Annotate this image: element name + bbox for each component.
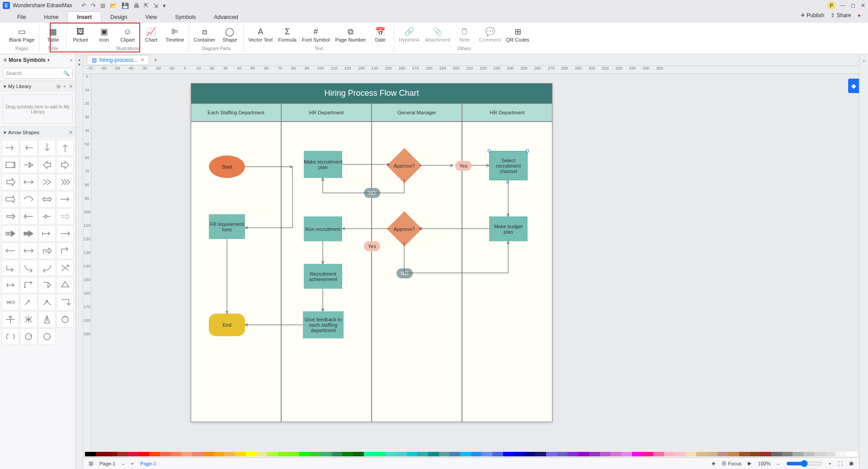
zoom-level[interactable]: 100% bbox=[758, 461, 770, 466]
arrow-shape[interactable] bbox=[38, 157, 56, 173]
lib-add-icon[interactable]: + bbox=[63, 84, 66, 89]
blank-page-button[interactable]: ▭Blank Page bbox=[9, 27, 34, 42]
minimize-icon[interactable]: — bbox=[840, 2, 845, 9]
lane-header[interactable]: Each Staffing Department bbox=[191, 103, 281, 122]
no1-label[interactable]: NO bbox=[364, 188, 380, 198]
no2-label[interactable]: NO bbox=[396, 268, 413, 278]
end-shape[interactable]: End bbox=[209, 314, 245, 336]
zoom-slider[interactable] bbox=[786, 460, 822, 467]
close-tab-icon[interactable]: ✕ bbox=[141, 57, 144, 62]
arrow-shapes-header[interactable]: ▾Arrow Shapes ✕ bbox=[0, 127, 75, 138]
arrow-shape[interactable] bbox=[57, 140, 74, 156]
maximize-icon[interactable]: ◻ bbox=[851, 2, 855, 9]
arrow-shape[interactable] bbox=[20, 225, 37, 242]
date-button[interactable]: 📅Date bbox=[371, 27, 389, 42]
arrow-shape[interactable] bbox=[38, 311, 56, 328]
arrow-shape[interactable] bbox=[2, 277, 19, 293]
make-plan-shape[interactable]: Make recruitment plan bbox=[304, 151, 342, 178]
lib-grid-icon[interactable]: ⊞ bbox=[57, 84, 61, 89]
page-remove-icon[interactable]: – bbox=[122, 461, 124, 466]
library-drop-zone[interactable]: Drag symbols here to add to My Library bbox=[3, 94, 73, 124]
redo-icon[interactable]: ↷ bbox=[91, 2, 96, 9]
arrow-shape[interactable] bbox=[38, 140, 56, 156]
close-icon[interactable]: ✕ bbox=[861, 2, 865, 9]
print-icon[interactable]: 🖶 bbox=[133, 2, 139, 9]
arrow-shape[interactable] bbox=[20, 157, 37, 173]
search-icon[interactable]: 🔍 bbox=[63, 70, 70, 76]
arrow-shape[interactable] bbox=[2, 191, 19, 207]
play-icon[interactable]: ▶ bbox=[748, 460, 751, 466]
arrow-shape[interactable] bbox=[2, 225, 19, 242]
yes1-label[interactable]: Yes bbox=[455, 161, 472, 171]
run-rec-shape[interactable]: Run recruitment bbox=[304, 216, 342, 241]
arrow-shape[interactable] bbox=[20, 311, 37, 328]
page-tab[interactable]: Page-1 bbox=[140, 461, 156, 466]
arrow-shape[interactable] bbox=[57, 225, 74, 242]
arrow-shape[interactable] bbox=[2, 243, 19, 259]
arrow-shape[interactable] bbox=[38, 191, 56, 207]
arrow-shape[interactable] bbox=[2, 174, 19, 190]
icon-button[interactable]: ▣Icon bbox=[95, 27, 113, 42]
undo-icon[interactable]: ↶ bbox=[81, 2, 86, 9]
color-palette[interactable] bbox=[83, 451, 859, 457]
arrow-shape[interactable] bbox=[38, 174, 56, 190]
tab-insert[interactable]: Insert bbox=[67, 11, 101, 23]
arrow-shape[interactable] bbox=[38, 243, 56, 259]
rec-ach-shape[interactable]: Recruitment achievement bbox=[304, 264, 342, 289]
arrow-shape[interactable] bbox=[2, 260, 19, 276]
import-icon[interactable]: ⇲ bbox=[153, 2, 158, 9]
strip-down-icon[interactable]: ▾ bbox=[78, 62, 80, 67]
arrow-shape[interactable] bbox=[57, 191, 74, 207]
clipart-button[interactable]: ☺Clipart bbox=[118, 27, 137, 42]
arrow-shape[interactable] bbox=[20, 140, 37, 156]
container-button[interactable]: ⧈Container bbox=[193, 27, 215, 42]
arrow-shape[interactable] bbox=[38, 260, 56, 276]
arrow-shape[interactable] bbox=[20, 174, 37, 190]
arrow-shape[interactable] bbox=[20, 328, 37, 345]
arrow-shape[interactable] bbox=[57, 277, 74, 293]
collapse-left-icon[interactable]: « bbox=[70, 57, 73, 63]
page-label[interactable]: Page-1 bbox=[99, 461, 115, 466]
arrow-shape[interactable] bbox=[57, 208, 74, 225]
symbols-panel-header[interactable]: ≡ More Symbols ▾ « bbox=[0, 54, 75, 66]
font-symbol-button[interactable]: #Font Symbol bbox=[302, 27, 330, 42]
arrow-shape[interactable] bbox=[57, 294, 74, 310]
publish-button[interactable]: ✈ Publish bbox=[801, 12, 825, 19]
fullscreen-icon[interactable]: ▣ bbox=[849, 460, 854, 466]
qr-codes-button[interactable]: ⊞QR Codes bbox=[506, 27, 529, 42]
right-flyout-button[interactable]: ◆ bbox=[848, 79, 859, 93]
chart-title[interactable]: Hiring Process Flow Chart bbox=[191, 83, 552, 103]
arrow-shape[interactable] bbox=[2, 294, 19, 310]
canvas[interactable]: Hiring Process Flow Chart Each Staffing … bbox=[91, 74, 859, 451]
collapse-right-icon[interactable]: « bbox=[862, 58, 865, 63]
arrow-shape[interactable] bbox=[38, 328, 56, 345]
hyperlink-button[interactable]: 🔗Hyperlink bbox=[399, 27, 420, 42]
select-channel-shape[interactable]: Select recruitment channel bbox=[489, 151, 528, 180]
table-button[interactable]: ▦Table bbox=[44, 27, 62, 42]
lane-header[interactable]: HR Department bbox=[281, 103, 372, 122]
arrow-shape[interactable] bbox=[57, 243, 74, 259]
arrow-shape[interactable] bbox=[38, 277, 56, 293]
strip-up-icon[interactable]: ▴ bbox=[78, 57, 80, 62]
more-icon[interactable]: ▾ bbox=[163, 2, 166, 9]
page-number-button[interactable]: ⧉Page Number bbox=[335, 27, 366, 42]
save-icon[interactable]: 💾 bbox=[122, 2, 129, 9]
symbol-search[interactable]: Search 🔍 bbox=[3, 68, 73, 79]
zoom-in-icon[interactable]: + bbox=[829, 461, 831, 466]
arrow-shape[interactable] bbox=[38, 208, 56, 225]
export-icon[interactable]: ⇱ bbox=[144, 2, 149, 9]
timeline-button[interactable]: ⊫Timeline bbox=[165, 27, 184, 42]
tab-home[interactable]: Home bbox=[35, 12, 67, 23]
arrow-shape[interactable] bbox=[20, 208, 37, 225]
tab-design[interactable]: Design bbox=[101, 12, 136, 23]
arrow-shape[interactable] bbox=[57, 311, 74, 328]
page-add-icon[interactable]: + bbox=[131, 461, 134, 466]
start-shape[interactable]: Start bbox=[209, 155, 245, 178]
arrow-shape[interactable] bbox=[38, 294, 56, 310]
add-tab-icon[interactable]: + bbox=[154, 57, 157, 63]
new-icon[interactable]: ⊞ bbox=[100, 2, 105, 9]
tab-view[interactable]: View bbox=[136, 12, 166, 23]
lib-close-icon[interactable]: ✕ bbox=[69, 84, 73, 89]
layers-icon[interactable]: ◈ bbox=[712, 460, 715, 466]
share-button[interactable]: ⇪ Share bbox=[830, 12, 851, 19]
